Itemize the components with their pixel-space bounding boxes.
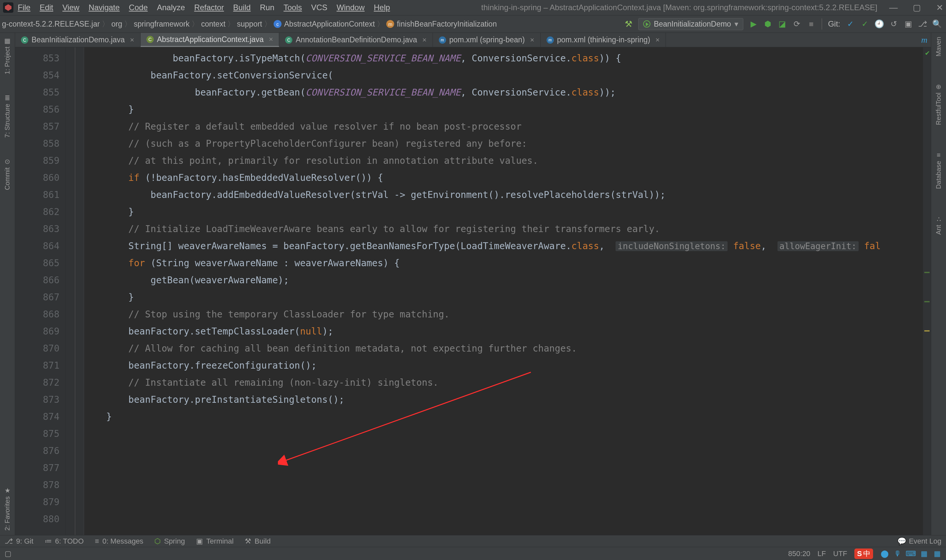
code-content[interactable]: beanFactory.isTypeMatch(CONVERSION_SERVI… xyxy=(84,47,923,535)
tab-label: BeanInitializationDemo.java xyxy=(32,35,125,44)
crumb-support[interactable]: support xyxy=(237,20,262,29)
tray-icon[interactable]: ▦ xyxy=(920,549,928,558)
ime-indicator[interactable]: S中 xyxy=(854,549,873,559)
code-line: beanFactory.freezeConfiguration(); xyxy=(84,357,923,374)
code-editor[interactable]: 8538548558568578588598608618628638648658… xyxy=(15,47,931,535)
marker[interactable] xyxy=(924,330,929,332)
maximize-button[interactable]: ▢ xyxy=(913,3,921,13)
tool-todo[interactable]: ≔6: TODO xyxy=(45,537,84,546)
code-line: beanFactory.setConversionService( xyxy=(84,67,923,84)
status-button[interactable]: ▢ xyxy=(5,549,11,558)
close-tab-icon[interactable]: × xyxy=(130,36,134,44)
line-number: 854 xyxy=(15,67,59,84)
line-number: 865 xyxy=(15,255,59,272)
tab-label: AbstractApplicationContext.java xyxy=(157,35,264,44)
hammer-icon: ⚒ xyxy=(245,537,251,546)
menu-analyze[interactable]: Analyze xyxy=(157,3,185,12)
git-history-button[interactable]: 🕘 xyxy=(875,20,884,28)
run-config-selector[interactable]: BeanInitializationDemo ▾ xyxy=(638,18,743,30)
app-logo-icon xyxy=(3,2,14,13)
crumb-context[interactable]: context xyxy=(201,20,225,29)
tray-icon[interactable]: ▦ xyxy=(933,549,941,558)
tool-ant[interactable]: ⛬Ant xyxy=(935,215,942,235)
close-button[interactable]: ✕ xyxy=(936,3,943,13)
tool-structure[interactable]: ≣7: Structure xyxy=(4,94,11,137)
status-bar: ▢ 850:20 LF UTF S中 ⬤ 🎙 ⌨ ▦ ▦ xyxy=(0,547,946,560)
build-button[interactable]: ⚒ xyxy=(625,19,632,29)
code-line: // Allow for caching all bean definition… xyxy=(84,340,923,357)
tool-restful[interactable]: ⊕RestfulTool xyxy=(935,83,942,125)
git-commit-button[interactable]: ✓ xyxy=(861,20,869,28)
line-gutter: 8538548558568578588598608618628638648658… xyxy=(15,47,66,535)
menu-code[interactable]: Code xyxy=(129,3,148,12)
tool-messages[interactable]: ≡0: Messages xyxy=(95,537,143,546)
marker[interactable] xyxy=(924,301,929,302)
marker[interactable] xyxy=(924,272,929,273)
menu-file[interactable]: File xyxy=(18,3,31,12)
crumb-springframework[interactable]: springframework xyxy=(134,20,190,29)
editor-tab[interactable]: mpom.xml (thinking-in-spring)× xyxy=(541,33,666,47)
tool-favorites[interactable]: ★2: Favorites xyxy=(4,486,11,531)
editor-tab[interactable]: CAnnotationBeanDefinitionDemo.java× xyxy=(279,33,433,47)
tool-git[interactable]: ⎇9: Git xyxy=(5,537,34,546)
tool-build[interactable]: ⚒Build xyxy=(245,537,271,546)
method-icon: m xyxy=(386,20,394,28)
file-encoding[interactable]: UTF xyxy=(834,549,847,558)
menu-run[interactable]: Run xyxy=(260,3,274,12)
close-tab-icon[interactable]: × xyxy=(530,36,535,44)
menu-edit[interactable]: Edit xyxy=(40,3,53,12)
menu-build[interactable]: Build xyxy=(233,3,251,12)
code-line: // Initialize LoadTimeWeaverAware beans … xyxy=(84,221,923,238)
fold-gutter[interactable] xyxy=(66,47,84,535)
spring-icon: ⬡ xyxy=(154,537,160,546)
menu-help[interactable]: Help xyxy=(374,3,390,12)
editor-tab[interactable]: CAbstractApplicationContext.java× xyxy=(140,33,279,47)
git-revert-button[interactable]: ↺ xyxy=(889,20,898,28)
menu-refactor[interactable]: Refactor xyxy=(194,3,224,12)
crumb-class[interactable]: cAbstractApplicationContext xyxy=(274,20,375,29)
close-tab-icon[interactable]: × xyxy=(655,36,659,44)
menu-window[interactable]: Window xyxy=(337,3,365,12)
tool-terminal[interactable]: ▣Terminal xyxy=(196,537,234,546)
crumb-jar[interactable]: g-context-5.2.2.RELEASE.jar xyxy=(2,20,100,29)
tool-database[interactable]: ≡Database xyxy=(935,151,942,189)
tool-spring[interactable]: ⬡Spring xyxy=(154,537,185,546)
code-line: // Instantiate all remaining (non-lazy-i… xyxy=(84,374,923,391)
caret-position[interactable]: 850:20 xyxy=(788,549,810,558)
event-log[interactable]: 💬Event Log xyxy=(897,537,941,546)
coverage-button[interactable]: ◪ xyxy=(778,20,787,28)
menu-navigate[interactable]: Navigate xyxy=(89,3,120,12)
crumb-org[interactable]: org xyxy=(111,20,122,29)
tray-icon[interactable]: ⬤ xyxy=(880,549,889,558)
search-everywhere-button[interactable]: 🔍 xyxy=(933,20,941,28)
line-separator[interactable]: LF xyxy=(818,549,826,558)
tray-icon[interactable]: 🎙 xyxy=(894,549,902,558)
title-bar: File Edit View Navigate Code Analyze Ref… xyxy=(0,0,946,15)
error-stripe[interactable]: ✔ xyxy=(923,47,931,535)
close-tab-icon[interactable]: × xyxy=(422,36,427,44)
tool-maven[interactable]: Maven xyxy=(935,37,942,57)
branch-icon: ⎇ xyxy=(5,537,13,546)
editor-tab[interactable]: mpom.xml (spring-bean)× xyxy=(433,33,541,47)
tool-project[interactable]: ▦1: Project xyxy=(4,37,11,74)
close-tab-icon[interactable]: × xyxy=(269,35,273,44)
code-line: for (String weaverAwareName : weaverAwar… xyxy=(84,255,923,272)
menu-vcs[interactable]: VCS xyxy=(311,3,327,12)
crumb-method[interactable]: mfinishBeanFactoryInitialization xyxy=(386,20,497,29)
code-line: } xyxy=(84,408,923,425)
menu-view[interactable]: View xyxy=(62,3,80,12)
navigation-bar: g-context-5.2.2.RELEASE.jar〉 org〉 spring… xyxy=(0,15,946,33)
tool-commit[interactable]: ⊙Commit xyxy=(4,158,11,190)
minimize-button[interactable]: — xyxy=(889,3,898,13)
profile-button[interactable]: ⟳ xyxy=(793,20,801,28)
debug-button[interactable]: ⬢ xyxy=(764,20,772,28)
line-number: 862 xyxy=(15,203,59,221)
editor-tab[interactable]: CBeanInitializationDemo.java× xyxy=(15,33,140,47)
hide-windows-button[interactable]: ▣ xyxy=(904,20,912,28)
menu-tools[interactable]: Tools xyxy=(283,3,302,12)
git-update-button[interactable]: ✓ xyxy=(846,20,855,28)
stop-button[interactable]: ■ xyxy=(807,20,816,28)
tray-icon[interactable]: ⌨ xyxy=(907,549,915,558)
run-button[interactable]: ▶ xyxy=(749,20,758,28)
git-branch-button[interactable]: ⎇ xyxy=(918,20,927,28)
